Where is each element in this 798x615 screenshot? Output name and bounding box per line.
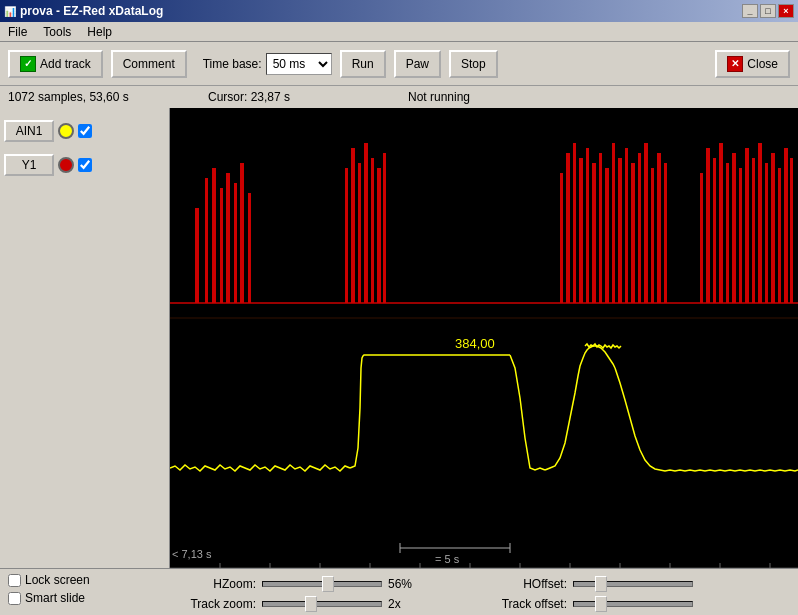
svg-rect-36 — [713, 158, 716, 303]
track-check-ain1[interactable] — [78, 124, 92, 138]
svg-rect-38 — [726, 163, 729, 303]
svg-text:= 5 s: = 5 s — [435, 553, 460, 565]
bottom-right: HOffset: Track offset: — [487, 573, 790, 615]
svg-rect-33 — [664, 163, 667, 303]
svg-rect-14 — [371, 158, 374, 303]
lock-screen-label: Lock screen — [25, 573, 90, 587]
status-info: Not running — [408, 90, 470, 104]
svg-rect-21 — [586, 148, 589, 303]
svg-rect-29 — [638, 153, 641, 303]
track-panel: AIN1 Y1 — [0, 108, 170, 568]
main-area: AIN1 Y1 — [0, 108, 798, 568]
timebase-section: Time base: 50 ms 100 ms 200 ms — [203, 53, 332, 75]
svg-rect-32 — [657, 153, 661, 303]
timebase-label: Time base: — [203, 57, 262, 71]
info-bar: 1072 samples, 53,60 s Cursor: 23,87 s No… — [0, 86, 798, 108]
smart-slide-row: Smart slide — [8, 591, 168, 605]
svg-rect-47 — [784, 148, 788, 303]
svg-rect-37 — [719, 143, 723, 303]
track-check-y1[interactable] — [78, 158, 92, 172]
window-title: prova - EZ-Red xDataLog — [20, 4, 163, 18]
svg-rect-28 — [631, 163, 635, 303]
comment-button[interactable]: Comment — [111, 50, 187, 78]
chart-area[interactable]: 384,00 < 7,13 s = 5 s — [170, 108, 798, 568]
svg-rect-20 — [579, 158, 583, 303]
track-zoom-value: 2x — [388, 597, 428, 611]
title-controls: _ □ × — [742, 4, 794, 18]
cursor-info: Cursor: 23,87 s — [208, 90, 408, 104]
svg-rect-24 — [605, 168, 609, 303]
track-offset-label: Track offset: — [487, 597, 567, 611]
svg-rect-8 — [240, 163, 244, 303]
svg-rect-40 — [739, 168, 742, 303]
run-button[interactable]: Run — [340, 50, 386, 78]
close-icon: ✕ — [727, 56, 743, 72]
check-icon: ✓ — [20, 56, 36, 72]
track-label-y1[interactable]: Y1 — [4, 154, 54, 176]
stop-label: Stop — [461, 57, 486, 71]
timebase-select[interactable]: 50 ms 100 ms 200 ms — [266, 53, 332, 75]
lock-screen-checkbox[interactable] — [8, 574, 21, 587]
menu-file[interactable]: File — [4, 23, 31, 41]
add-track-label: Add track — [40, 57, 91, 71]
svg-rect-39 — [732, 153, 736, 303]
track-color-ain1[interactable] — [58, 123, 74, 139]
svg-rect-2 — [195, 208, 199, 303]
samples-info: 1072 samples, 53,60 s — [8, 90, 208, 104]
svg-rect-12 — [358, 163, 361, 303]
track-offset-slider[interactable] — [573, 601, 693, 607]
menu-help[interactable]: Help — [83, 23, 116, 41]
menu-bar: File Tools Help — [0, 22, 798, 42]
paw-label: Paw — [406, 57, 429, 71]
svg-rect-9 — [248, 193, 251, 303]
comment-label: Comment — [123, 57, 175, 71]
svg-rect-44 — [765, 163, 768, 303]
close-button[interactable]: ✕ Close — [715, 50, 790, 78]
smart-slide-checkbox[interactable] — [8, 592, 21, 605]
track-color-y1[interactable] — [58, 157, 74, 173]
svg-rect-6 — [226, 173, 230, 303]
svg-rect-46 — [778, 168, 781, 303]
paw-button[interactable]: Paw — [394, 50, 441, 78]
hoffset-slider[interactable] — [573, 581, 693, 587]
app-icon: 📊 — [4, 6, 16, 17]
svg-rect-48 — [790, 158, 793, 303]
hoffset-row: HOffset: — [487, 577, 790, 591]
svg-rect-3 — [205, 178, 208, 303]
svg-rect-42 — [752, 158, 755, 303]
svg-rect-7 — [234, 183, 237, 303]
svg-rect-34 — [700, 173, 703, 303]
track-zoom-label: Track zoom: — [176, 597, 256, 611]
svg-text:384,00: 384,00 — [455, 336, 495, 351]
track-row-ain1: AIN1 — [4, 116, 165, 146]
maximize-button[interactable]: □ — [760, 4, 776, 18]
svg-rect-31 — [651, 168, 654, 303]
svg-rect-5 — [220, 188, 223, 303]
smart-slide-label: Smart slide — [25, 591, 85, 605]
svg-rect-41 — [745, 148, 749, 303]
hzoom-slider[interactable] — [262, 581, 382, 587]
svg-rect-10 — [345, 168, 348, 303]
svg-rect-43 — [758, 143, 762, 303]
track-offset-row: Track offset: — [487, 597, 790, 611]
track-zoom-slider[interactable] — [262, 601, 382, 607]
hzoom-label: HZoom: — [176, 577, 256, 591]
svg-rect-15 — [377, 168, 381, 303]
svg-rect-26 — [618, 158, 622, 303]
bottom-left: Lock screen Smart slide — [8, 573, 168, 615]
svg-text:< 7,13 s: < 7,13 s — [172, 548, 212, 560]
menu-tools[interactable]: Tools — [39, 23, 75, 41]
close-label: Close — [747, 57, 778, 71]
svg-rect-23 — [599, 153, 602, 303]
svg-rect-11 — [351, 148, 355, 303]
title-bar-left: 📊 prova - EZ-Red xDataLog — [4, 4, 163, 18]
svg-rect-13 — [364, 143, 368, 303]
track-label-ain1[interactable]: AIN1 — [4, 120, 54, 142]
stop-button[interactable]: Stop — [449, 50, 498, 78]
svg-rect-4 — [212, 168, 216, 303]
svg-rect-25 — [612, 143, 615, 303]
add-track-button[interactable]: ✓ Add track — [8, 50, 103, 78]
window-close-button[interactable]: × — [778, 4, 794, 18]
minimize-button[interactable]: _ — [742, 4, 758, 18]
svg-rect-19 — [573, 143, 576, 303]
